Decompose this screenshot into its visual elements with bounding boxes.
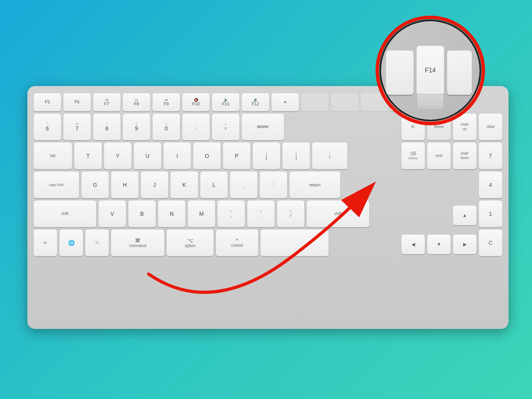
key-n: N	[158, 200, 185, 227]
key-f13	[301, 93, 329, 111]
key-shift-left: shift	[34, 200, 96, 227]
key-page-down: pagedown	[453, 143, 476, 169]
key-7: &7	[63, 114, 91, 140]
key-equals: +=	[212, 114, 239, 140]
key-shift-right: shift	[307, 200, 369, 227]
key-9: (9	[123, 114, 150, 140]
key-delete-num: delete	[242, 114, 284, 140]
key-f14-placeholder	[331, 93, 358, 111]
key-f6: F6	[63, 93, 91, 111]
key-8: *8	[93, 114, 120, 140]
key-p: P	[223, 143, 250, 169]
key-period: >.	[247, 200, 275, 227]
key-alt-left: ⌥	[85, 229, 109, 256]
key-command: ⌘command	[111, 229, 164, 256]
key-6: ^6	[34, 114, 61, 140]
key-m: M	[188, 200, 215, 227]
key-delete-right: ⌫ delete	[401, 143, 425, 169]
key-f8: ⏯F8	[123, 93, 150, 111]
key-f5: F5	[34, 93, 61, 111]
key-num-7: 7	[479, 143, 502, 169]
key-num-0: C	[479, 229, 502, 256]
key-b: B	[128, 200, 156, 227]
key-fn-bottom: fn	[34, 229, 57, 256]
key-arrow-down: ▼	[427, 235, 451, 254]
key-arrow-left: ◀	[401, 235, 425, 254]
key-end: end	[427, 143, 451, 169]
key-bracket-l: {[	[253, 143, 280, 169]
key-quote: "'	[260, 172, 287, 198]
key-j: J	[141, 172, 168, 198]
key-v: V	[99, 200, 126, 227]
key-comma: <,	[217, 200, 245, 227]
zoom-annotation: F14	[376, 16, 485, 125]
key-option: ⌥option	[167, 229, 214, 256]
key-f12: 🔊F12	[242, 93, 269, 111]
key-tab: tab	[34, 143, 72, 169]
key-u: U	[134, 143, 161, 169]
key-minus: _-	[182, 114, 210, 140]
key-f11: 🔉F11	[212, 93, 239, 111]
key-spacebar	[261, 229, 329, 256]
key-rows: F5 F6 ⏮F7 ⏯F8 ⏭F9 🔇F10 🔉F11 🔊F12 ⏏ F16 ^…	[34, 93, 502, 320]
key-num-4: 4	[479, 172, 502, 198]
key-caps-lock: caps lock	[34, 172, 79, 198]
scene: F5 F6 ⏮F7 ⏯F8 ⏭F9 🔇F10 🔉F11 🔊F12 ⏏ F16 ^…	[16, 23, 516, 376]
key-control: ^control	[216, 229, 258, 256]
key-num-1: 1	[479, 200, 502, 227]
key-eject: ⏏	[271, 93, 299, 111]
key-f7: ⏮F7	[93, 93, 120, 111]
key-f9: ⏭F9	[153, 93, 180, 111]
key-bracket-r: }]	[282, 143, 310, 169]
zxcv-row: shift V B N M <, >. ?/ shift ▲ 1	[34, 200, 502, 227]
key-0: )0	[153, 114, 180, 140]
asdf-row: caps lock G H J K L :; "' return 4	[34, 172, 502, 198]
key-arrow-right: ▶	[453, 235, 476, 254]
key-t: T	[74, 143, 102, 169]
key-o: O	[193, 143, 221, 169]
key-semicolon: :;	[230, 172, 257, 198]
key-return: return	[289, 172, 340, 198]
key-k: K	[171, 172, 198, 198]
key-y: Y	[104, 143, 131, 169]
key-l: L	[200, 172, 228, 198]
key-h: H	[111, 172, 138, 198]
key-globe: 🌐	[59, 229, 83, 256]
key-slash: ?/	[277, 200, 304, 227]
key-i: I	[164, 143, 191, 169]
key-arrow-up: ▲	[453, 206, 476, 225]
key-g: G	[81, 172, 109, 198]
key-f10: 🔇F10	[182, 93, 210, 111]
qwerty-row: tab T Y U I O P {[ }] |\ ⌫ delete end pa…	[34, 143, 502, 169]
bottom-row: fn 🌐 ⌥ ⌘command ⌥option ^control ◀ ▼ ▶ C	[34, 229, 502, 256]
key-backslash: |\	[312, 143, 347, 169]
